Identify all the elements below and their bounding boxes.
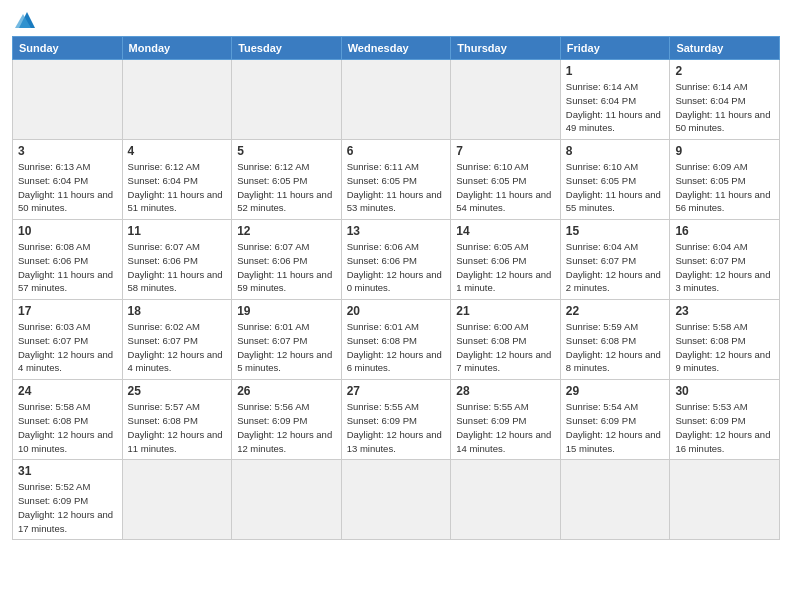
- sun-info: Sunrise: 6:09 AMSunset: 6:05 PMDaylight:…: [675, 160, 774, 215]
- calendar-week-3: 17Sunrise: 6:03 AMSunset: 6:07 PMDayligh…: [13, 300, 780, 380]
- calendar-cell: [451, 460, 561, 540]
- sun-info: Sunrise: 6:11 AMSunset: 6:05 PMDaylight:…: [347, 160, 446, 215]
- sun-info: Sunrise: 5:58 AMSunset: 6:08 PMDaylight:…: [675, 320, 774, 375]
- calendar-cell: 5Sunrise: 6:12 AMSunset: 6:05 PMDaylight…: [232, 140, 342, 220]
- day-number: 3: [18, 144, 117, 158]
- header-cell-monday: Monday: [122, 37, 232, 60]
- sun-info: Sunrise: 6:10 AMSunset: 6:05 PMDaylight:…: [566, 160, 665, 215]
- day-number: 9: [675, 144, 774, 158]
- sun-info: Sunrise: 6:04 AMSunset: 6:07 PMDaylight:…: [566, 240, 665, 295]
- sun-info: Sunrise: 6:14 AMSunset: 6:04 PMDaylight:…: [566, 80, 665, 135]
- sun-info: Sunrise: 6:08 AMSunset: 6:06 PMDaylight:…: [18, 240, 117, 295]
- calendar-cell: 30Sunrise: 5:53 AMSunset: 6:09 PMDayligh…: [670, 380, 780, 460]
- calendar-cell: 2Sunrise: 6:14 AMSunset: 6:04 PMDaylight…: [670, 60, 780, 140]
- header-cell-tuesday: Tuesday: [232, 37, 342, 60]
- calendar-body: 1Sunrise: 6:14 AMSunset: 6:04 PMDaylight…: [13, 60, 780, 540]
- calendar-cell: [13, 60, 123, 140]
- sun-info: Sunrise: 6:13 AMSunset: 6:04 PMDaylight:…: [18, 160, 117, 215]
- day-number: 19: [237, 304, 336, 318]
- day-number: 21: [456, 304, 555, 318]
- calendar-cell: [670, 460, 780, 540]
- calendar-week-0: 1Sunrise: 6:14 AMSunset: 6:04 PMDaylight…: [13, 60, 780, 140]
- sun-info: Sunrise: 6:05 AMSunset: 6:06 PMDaylight:…: [456, 240, 555, 295]
- calendar-header: SundayMondayTuesdayWednesdayThursdayFrid…: [13, 37, 780, 60]
- sun-info: Sunrise: 5:59 AMSunset: 6:08 PMDaylight:…: [566, 320, 665, 375]
- sun-info: Sunrise: 6:01 AMSunset: 6:07 PMDaylight:…: [237, 320, 336, 375]
- calendar-cell: 16Sunrise: 6:04 AMSunset: 6:07 PMDayligh…: [670, 220, 780, 300]
- calendar-cell: 3Sunrise: 6:13 AMSunset: 6:04 PMDaylight…: [13, 140, 123, 220]
- calendar-cell: 17Sunrise: 6:03 AMSunset: 6:07 PMDayligh…: [13, 300, 123, 380]
- calendar-cell: 1Sunrise: 6:14 AMSunset: 6:04 PMDaylight…: [560, 60, 670, 140]
- calendar-week-4: 24Sunrise: 5:58 AMSunset: 6:08 PMDayligh…: [13, 380, 780, 460]
- header-cell-thursday: Thursday: [451, 37, 561, 60]
- calendar-cell: 15Sunrise: 6:04 AMSunset: 6:07 PMDayligh…: [560, 220, 670, 300]
- sun-info: Sunrise: 6:10 AMSunset: 6:05 PMDaylight:…: [456, 160, 555, 215]
- calendar-cell: 12Sunrise: 6:07 AMSunset: 6:06 PMDayligh…: [232, 220, 342, 300]
- day-number: 17: [18, 304, 117, 318]
- header-cell-saturday: Saturday: [670, 37, 780, 60]
- calendar-cell: [122, 460, 232, 540]
- calendar-cell: 9Sunrise: 6:09 AMSunset: 6:05 PMDaylight…: [670, 140, 780, 220]
- day-number: 6: [347, 144, 446, 158]
- day-number: 18: [128, 304, 227, 318]
- page: SundayMondayTuesdayWednesdayThursdayFrid…: [0, 0, 792, 550]
- sun-info: Sunrise: 6:14 AMSunset: 6:04 PMDaylight:…: [675, 80, 774, 135]
- calendar-cell: [560, 460, 670, 540]
- day-number: 16: [675, 224, 774, 238]
- sun-info: Sunrise: 6:03 AMSunset: 6:07 PMDaylight:…: [18, 320, 117, 375]
- day-number: 22: [566, 304, 665, 318]
- calendar-cell: 13Sunrise: 6:06 AMSunset: 6:06 PMDayligh…: [341, 220, 451, 300]
- calendar-week-1: 3Sunrise: 6:13 AMSunset: 6:04 PMDaylight…: [13, 140, 780, 220]
- day-number: 20: [347, 304, 446, 318]
- header-cell-friday: Friday: [560, 37, 670, 60]
- calendar-cell: [451, 60, 561, 140]
- calendar-cell: 29Sunrise: 5:54 AMSunset: 6:09 PMDayligh…: [560, 380, 670, 460]
- calendar-cell: 21Sunrise: 6:00 AMSunset: 6:08 PMDayligh…: [451, 300, 561, 380]
- day-number: 7: [456, 144, 555, 158]
- calendar-cell: 10Sunrise: 6:08 AMSunset: 6:06 PMDayligh…: [13, 220, 123, 300]
- sun-info: Sunrise: 6:00 AMSunset: 6:08 PMDaylight:…: [456, 320, 555, 375]
- sun-info: Sunrise: 5:58 AMSunset: 6:08 PMDaylight:…: [18, 400, 117, 455]
- calendar-cell: [232, 460, 342, 540]
- calendar-cell: [122, 60, 232, 140]
- calendar-cell: [232, 60, 342, 140]
- header-row: SundayMondayTuesdayWednesdayThursdayFrid…: [13, 37, 780, 60]
- day-number: 30: [675, 384, 774, 398]
- calendar-cell: [341, 460, 451, 540]
- sun-info: Sunrise: 6:01 AMSunset: 6:08 PMDaylight:…: [347, 320, 446, 375]
- sun-info: Sunrise: 6:04 AMSunset: 6:07 PMDaylight:…: [675, 240, 774, 295]
- calendar-week-5: 31Sunrise: 5:52 AMSunset: 6:09 PMDayligh…: [13, 460, 780, 540]
- sun-info: Sunrise: 5:54 AMSunset: 6:09 PMDaylight:…: [566, 400, 665, 455]
- day-number: 2: [675, 64, 774, 78]
- day-number: 31: [18, 464, 117, 478]
- sun-info: Sunrise: 6:07 AMSunset: 6:06 PMDaylight:…: [128, 240, 227, 295]
- calendar-cell: 22Sunrise: 5:59 AMSunset: 6:08 PMDayligh…: [560, 300, 670, 380]
- calendar-cell: 6Sunrise: 6:11 AMSunset: 6:05 PMDaylight…: [341, 140, 451, 220]
- day-number: 10: [18, 224, 117, 238]
- day-number: 27: [347, 384, 446, 398]
- calendar-cell: 11Sunrise: 6:07 AMSunset: 6:06 PMDayligh…: [122, 220, 232, 300]
- sun-info: Sunrise: 6:07 AMSunset: 6:06 PMDaylight:…: [237, 240, 336, 295]
- calendar-cell: 27Sunrise: 5:55 AMSunset: 6:09 PMDayligh…: [341, 380, 451, 460]
- calendar-cell: 31Sunrise: 5:52 AMSunset: 6:09 PMDayligh…: [13, 460, 123, 540]
- calendar-cell: 28Sunrise: 5:55 AMSunset: 6:09 PMDayligh…: [451, 380, 561, 460]
- logo-icon: [15, 10, 39, 30]
- calendar-cell: 20Sunrise: 6:01 AMSunset: 6:08 PMDayligh…: [341, 300, 451, 380]
- day-number: 1: [566, 64, 665, 78]
- calendar-cell: 24Sunrise: 5:58 AMSunset: 6:08 PMDayligh…: [13, 380, 123, 460]
- day-number: 28: [456, 384, 555, 398]
- calendar-cell: 19Sunrise: 6:01 AMSunset: 6:07 PMDayligh…: [232, 300, 342, 380]
- header: [12, 10, 780, 30]
- sun-info: Sunrise: 5:55 AMSunset: 6:09 PMDaylight:…: [347, 400, 446, 455]
- sun-info: Sunrise: 5:57 AMSunset: 6:08 PMDaylight:…: [128, 400, 227, 455]
- sun-info: Sunrise: 5:53 AMSunset: 6:09 PMDaylight:…: [675, 400, 774, 455]
- calendar-table: SundayMondayTuesdayWednesdayThursdayFrid…: [12, 36, 780, 540]
- day-number: 5: [237, 144, 336, 158]
- day-number: 14: [456, 224, 555, 238]
- header-cell-sunday: Sunday: [13, 37, 123, 60]
- header-cell-wednesday: Wednesday: [341, 37, 451, 60]
- day-number: 11: [128, 224, 227, 238]
- sun-info: Sunrise: 6:12 AMSunset: 6:04 PMDaylight:…: [128, 160, 227, 215]
- calendar-week-2: 10Sunrise: 6:08 AMSunset: 6:06 PMDayligh…: [13, 220, 780, 300]
- day-number: 24: [18, 384, 117, 398]
